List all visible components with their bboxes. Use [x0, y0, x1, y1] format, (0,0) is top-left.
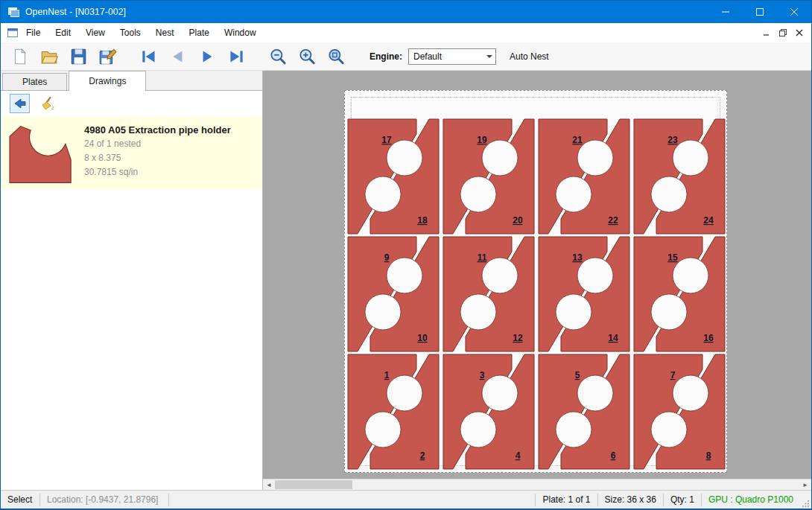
nested-part-pair[interactable]: 5 6 [537, 353, 631, 471]
part-number-label: 12 [513, 333, 523, 343]
last-plate-icon[interactable] [226, 47, 246, 66]
nested-part-pair[interactable]: 11 12 [442, 235, 536, 353]
window-controls [708, 1, 811, 23]
nested-part-pair[interactable]: 19 20 [442, 118, 536, 235]
titlebar: OpenNest - [N0317-002] [1, 1, 811, 23]
minimize-icon [722, 8, 729, 16]
maximize-icon [756, 8, 764, 16]
part-number-label: 23 [667, 135, 678, 145]
menu-item-window[interactable]: Window [217, 23, 264, 42]
app-icon [7, 6, 19, 18]
zoom-fit-icon[interactable] [326, 47, 346, 66]
part-number-label: 24 [703, 215, 714, 226]
maximize-button[interactable] [743, 1, 777, 23]
mdi-restore-button[interactable] [775, 25, 791, 40]
part-dimensions: 8 x 8.375 [84, 153, 231, 164]
menubar: File Edit View Tools Nest Plate Window [1, 23, 811, 42]
tab-drawings[interactable]: Drawings [69, 71, 146, 91]
part-number-label: 5 [575, 370, 580, 380]
part-number-label: 1 [384, 370, 390, 380]
part-notch-hole [482, 258, 518, 293]
menu-item-view[interactable]: View [78, 23, 112, 42]
menu-item-tools[interactable]: Tools [112, 23, 148, 42]
previous-plate-icon[interactable] [168, 47, 188, 66]
nested-part-pair[interactable]: 21 22 [537, 118, 631, 235]
nested-part-pair[interactable]: 3 4 [442, 353, 536, 471]
part-notch-hole [673, 140, 708, 176]
part-number-label: 4 [516, 450, 521, 461]
mdi-restore-icon [778, 28, 787, 37]
scroll-right-arrow-icon[interactable]: ► [799, 479, 811, 490]
resize-grip[interactable] [800, 491, 811, 509]
part-thumbnail [7, 123, 75, 185]
zoom-out-icon[interactable] [268, 47, 288, 66]
status-location: Location: [-0.9437, 21.8796] [40, 494, 168, 505]
scroll-left-arrow-icon[interactable]: ◄ [263, 479, 275, 490]
open-folder-icon[interactable] [39, 47, 59, 66]
part-notch-hole [365, 412, 401, 447]
new-document-icon[interactable] [10, 47, 30, 66]
main-area: Plates Drawings [1, 71, 811, 490]
nest-canvas[interactable]: 17 18 19 20 21 22 23 [263, 71, 811, 490]
clear-broom-icon [40, 96, 55, 111]
drawing-list-item[interactable]: 4980 A05 Extraction pipe holder 24 of 1 … [1, 116, 262, 189]
part-number-label: 14 [608, 333, 618, 343]
chevron-down-icon[interactable] [483, 55, 495, 58]
part-number-label: 2 [420, 450, 425, 461]
save-icon[interactable] [69, 47, 88, 66]
scrollbar-thumb[interactable] [275, 480, 352, 489]
engine-select[interactable]: Default [408, 48, 496, 65]
part-number-label: 8 [706, 450, 711, 461]
menu-item-nest[interactable]: Nest [148, 23, 182, 42]
part-notch-hole [482, 140, 518, 176]
engine-label: Engine: [369, 51, 402, 62]
first-plate-icon[interactable] [139, 47, 159, 66]
part-notch-hole [577, 140, 613, 176]
clear-broom-button[interactable] [37, 94, 57, 113]
horizontal-scrollbar[interactable]: ◄ ► [263, 479, 811, 490]
close-button[interactable] [777, 1, 811, 23]
part-notch-hole [365, 176, 401, 212]
part-number-label: 18 [417, 215, 428, 226]
app-window: OpenNest - [N0317-002] File Edit View To… [0, 0, 812, 510]
auto-nest-button[interactable]: Auto Nest [510, 51, 549, 62]
zoom-in-icon[interactable] [297, 47, 317, 66]
nested-part-pair[interactable]: 23 24 [632, 118, 726, 235]
engine-selected-value: Default [409, 51, 483, 62]
part-notch-hole [577, 258, 613, 293]
main-toolbar: Engine: Default Auto Nest [1, 42, 811, 71]
part-notch-hole [365, 294, 401, 330]
mdi-minimize-button[interactable] [758, 25, 775, 40]
statusbar: Select Location: [-0.9437, 21.8796] Plat… [1, 490, 811, 509]
part-notch-hole [673, 375, 708, 411]
next-plate-icon[interactable] [197, 47, 217, 66]
menu-item-file[interactable]: File [19, 23, 48, 42]
nested-part-pair[interactable]: 15 16 [632, 235, 726, 353]
mdi-minimize-icon [763, 29, 770, 36]
close-icon [790, 8, 798, 16]
part-number-label: 21 [572, 135, 583, 145]
minimize-button[interactable] [708, 1, 743, 23]
status-size: Size: 36 x 36 [598, 494, 663, 505]
window-title: OpenNest - [N0317-002] [25, 7, 126, 17]
part-notch-hole [577, 375, 613, 411]
nested-part-pair[interactable]: 1 2 [346, 353, 440, 471]
nested-part-pair[interactable]: 13 14 [537, 235, 631, 353]
mdi-child-controls [758, 25, 808, 40]
mdi-close-button[interactable] [791, 25, 808, 40]
nested-part-pair[interactable]: 7 8 [632, 353, 726, 471]
part-notch-hole [387, 258, 422, 293]
plate[interactable]: 17 18 19 20 21 22 23 [344, 90, 727, 473]
drawings-toolbar [1, 91, 262, 116]
menu-item-edit[interactable]: Edit [48, 23, 78, 42]
save-edit-icon[interactable] [98, 47, 117, 66]
nested-part-pair[interactable]: 9 10 [346, 235, 440, 353]
part-number-label: 6 [611, 450, 616, 461]
part-notch-hole [556, 176, 591, 212]
part-number-label: 19 [477, 135, 487, 145]
tab-plates[interactable]: Plates [2, 73, 67, 90]
part-notch-hole [482, 375, 518, 411]
menu-item-plate[interactable]: Plate [182, 23, 217, 42]
return-part-button[interactable] [10, 94, 30, 113]
nested-part-pair[interactable]: 17 18 [346, 118, 440, 235]
